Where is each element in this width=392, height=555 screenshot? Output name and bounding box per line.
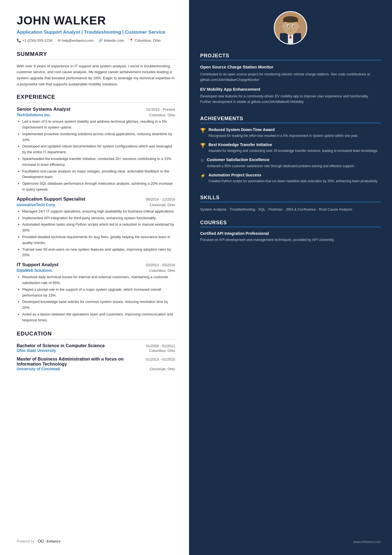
degree-2-date: 01/2013 - 01/2015 [146,357,175,361]
job-1-date: 01/2019 - Present [147,107,175,112]
education-title: EDUCATION [17,330,175,337]
job-1-title: Senior Systems Analyst [17,107,70,112]
website-contact: 🔗 linkedin.com [98,38,124,43]
achievement-4-title: Automation Project Success [209,172,378,177]
course-1-desc: Focused on API development and managemen… [200,237,381,243]
achievement-3-desc: Achieved a 95% customer satisfaction rat… [207,164,355,169]
phone-number: +1-(234)-555-1234 [22,38,53,43]
degree-1-location: Columbus, Ohio [149,349,175,353]
bullet-item: Developed knowledge base articles for co… [22,299,175,311]
location-contact: 📍 Columbus, Ohio [129,38,160,43]
education-divider [17,339,175,339]
summary-divider [17,60,175,60]
svg-rect-6 [283,19,298,22]
job-1-location: Columbus, Ohio [149,113,175,117]
skills-title: SKILLS [200,195,381,201]
achievement-1-content: Reduced System Down-Time Award Recognize… [209,127,358,138]
job-3-title: IT Support Analyst [17,262,59,268]
achievement-1-icon: 🏆 [200,128,206,138]
achievement-3-title: Customer Satisfaction Excellence [207,157,355,162]
job-2-date: 06/2016 - 12/2018 [146,197,175,201]
achievement-3-content: Customer Satisfaction Excellence Achieve… [207,157,355,168]
bullet-item: Played a pivotal role in the support of … [22,287,175,299]
enhancv-brand: Enhancv [46,539,60,543]
svg-point-10 [293,25,294,27]
degree-1-date: 01/2008 - 01/2012 [146,344,175,348]
powered-by-text: Powered by [17,539,34,543]
bullet-item: Automated repetitive tasks using Python … [22,222,175,233]
job-2: Application Support Specialist 06/2016 -… [17,196,175,258]
job-3: IT Support Analyst 02/2013 - 05/2016 Dat… [17,262,175,323]
location: Columbus, Ohio [135,38,160,43]
achievement-3: ☆ Customer Satisfaction Excellence Achie… [200,157,381,168]
job-2-title: Application Support Specialist [17,196,85,202]
bullet-item: Implemented proactive monitoring solutio… [22,131,175,143]
achievements-divider [200,123,381,123]
email-address: help@enhancv.com [62,38,93,43]
skills-text: System Analysis · Troubleshooting · SQL … [200,206,381,213]
enhancv-logo: Enhancv [37,539,60,544]
achievement-2-desc: Awarded for designing and conducting ove… [209,148,378,153]
header-section: JOHN WALKER Application Support Analyst … [17,14,175,43]
website-footer: www.enhancv.com [353,540,381,544]
summary-title: SUMMARY [17,51,175,57]
bullet-item: Facilitated root-cause analysis on major… [22,169,175,180]
svg-point-13 [297,25,299,28]
summary-section: SUMMARY With over 9 years of experience … [17,51,175,87]
experience-title: EXPERIENCE [17,94,175,100]
courses-section: COURSES Certified API Integration Profes… [200,220,381,243]
project-2: EV Mobility App Enhancement Developed ne… [200,87,381,105]
link-icon: 🔗 [98,38,103,43]
projects-title: PROJECTS [200,53,381,59]
location-icon: 📍 [129,38,133,43]
achievement-1: 🏆 Reduced System Down-Time Award Recogni… [200,127,381,138]
job-3-bullets: Resolved daily technical issues for inte… [17,274,175,323]
svg-point-12 [282,25,285,28]
email-icon: ✉ [58,38,61,43]
degree-1-title: Bachelor of Science in Computer Science [17,343,146,348]
job-2-location: Cincinnati, Ohio [150,203,175,207]
achievement-4-icon: ⚡ [200,173,206,184]
candidate-name: JOHN WALKER [17,14,175,27]
education-section: EDUCATION Bachelor of Science in Compute… [17,330,175,371]
achievement-2: 🏆 Best Knowledge Transfer Initiative Awa… [200,142,381,153]
project-2-desc: Developed new features for a community-d… [200,93,381,105]
svg-point-11 [290,28,291,29]
degree-2-school: University of Cincinnati [17,367,60,371]
skills-divider [200,202,381,202]
achievement-2-title: Best Knowledge Transfer Initiative [209,142,378,147]
bullet-item: Led a team of 5 to ensure system stabili… [22,119,175,130]
website: linkedin.com [104,38,124,43]
achievements-title: ACHIEVEMENTS [200,116,381,122]
achievement-4-desc: Created Python scripts for automation th… [209,179,378,184]
degree-2: Master of Business Administration with a… [17,357,175,371]
degree-2-title: Master of Business Administration with a… [17,357,146,367]
project-2-title: EV Mobility App Enhancement [200,87,381,92]
svg-point-9 [287,25,289,27]
experience-divider [17,102,175,103]
project-1: Open Source Charge Station Monitor Contr… [200,64,381,83]
achievement-4: ⚡ Automation Project Success Created Pyt… [200,172,381,184]
bullet-item: Optimized SQL database performance throu… [22,181,175,193]
profile-photo-container [200,11,381,45]
achievement-2-icon: 🏆 [200,143,206,153]
profile-photo [274,11,307,45]
footer-right: www.enhancv.com [200,534,381,544]
bullet-item: Managed 24/7 IT support operations, ensu… [22,209,175,214]
achievement-1-desc: Recognized for leading the effort that r… [209,133,358,138]
courses-title: COURSES [200,220,381,226]
projects-section: PROJECTS Open Source Charge Station Moni… [200,53,381,108]
bullet-item: Acted as a liaison between the operation… [22,312,175,323]
email-contact: ✉ help@enhancv.com [58,38,93,43]
job-1-company: TechSolutions Inc. [17,113,51,117]
degree-2-location: Cincinnati, Ohio [150,367,175,371]
phone-contact: 📞 +1-(234)-555-1234 [17,38,53,43]
achievement-1-title: Reduced System Down-Time Award [209,127,358,132]
summary-text: With over 9 years of experience in IT su… [17,63,175,87]
job-2-company: InnovativeTech Corp. [17,203,56,207]
achievements-section: ACHIEVEMENTS 🏆 Reduced System Down-Time … [200,116,381,188]
bullet-item: Trained over 50 end-users on new system … [22,247,175,258]
project-1-desc: Contributed to an open source project fo… [200,71,381,83]
bullet-item: Provided detailed technical requirements… [22,234,175,246]
job-1-bullets: Led a team of 5 to ensure system stabili… [17,119,175,193]
